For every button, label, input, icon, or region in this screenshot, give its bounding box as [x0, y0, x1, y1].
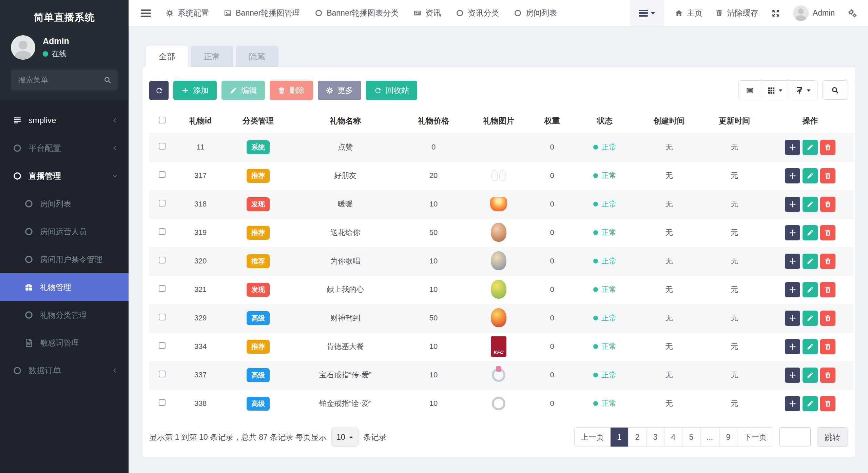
edit-row-button[interactable]: [803, 254, 818, 269]
row-checkbox[interactable]: [159, 171, 166, 178]
recycle-bin-button[interactable]: 回收站: [366, 81, 417, 100]
page-9[interactable]: 9: [719, 428, 737, 447]
delete-button[interactable]: 删除: [270, 81, 313, 100]
detail-view-button[interactable]: [739, 81, 761, 100]
row-checkbox[interactable]: [159, 399, 166, 406]
edit-row-button[interactable]: [803, 311, 818, 326]
page-3[interactable]: 3: [647, 428, 664, 447]
refresh-button[interactable]: [149, 81, 169, 100]
move-row-button[interactable]: [785, 197, 800, 212]
delete-row-button[interactable]: [820, 225, 835, 240]
delete-row-button[interactable]: [820, 168, 835, 183]
jump-page-input[interactable]: [779, 427, 811, 447]
move-row-button[interactable]: [785, 140, 800, 155]
records-info-suffix: 条记录: [363, 432, 387, 442]
topnav-item-5[interactable]: 房间列表: [514, 8, 557, 18]
user-status: 在线: [43, 49, 69, 59]
page-size-dropdown[interactable]: 10: [331, 428, 359, 447]
delete-row-button[interactable]: [820, 254, 835, 269]
topnav-item-1[interactable]: Banner轮播图管理: [224, 8, 300, 18]
jump-button[interactable]: 跳转: [817, 427, 848, 447]
edit-row-button[interactable]: [803, 197, 818, 212]
page-5[interactable]: 5: [682, 428, 700, 447]
sidebar-item-房间运营人员[interactable]: 房间运营人员: [0, 218, 129, 245]
select-all-checkbox[interactable]: [159, 117, 166, 123]
move-icon: [789, 372, 796, 379]
add-button[interactable]: 添加: [173, 81, 217, 100]
page-4[interactable]: 4: [664, 428, 682, 447]
menu-search-input[interactable]: [11, 70, 118, 90]
tab-全部[interactable]: 全部: [146, 46, 188, 67]
page-下一页[interactable]: 下一页: [737, 428, 773, 447]
row-checkbox[interactable]: [159, 371, 166, 377]
edit-button[interactable]: 编辑: [221, 81, 265, 100]
clear-cache-link[interactable]: 清除缓存: [715, 8, 758, 18]
edit-row-button[interactable]: [803, 396, 818, 411]
edit-row-button[interactable]: [803, 339, 818, 354]
topnav-item-2[interactable]: Banner轮播图表分类: [315, 8, 399, 18]
gift-price: 10: [401, 247, 466, 275]
delete-row-button[interactable]: [820, 368, 835, 383]
page-1[interactable]: 1: [611, 428, 629, 447]
sidebar-item-smplive[interactable]: smplive: [0, 106, 129, 134]
gift-price: 50: [401, 304, 466, 332]
sidebar-item-敏感词管理[interactable]: 敏感词管理: [0, 329, 129, 357]
tab-正常[interactable]: 正常: [191, 46, 233, 67]
page-...[interactable]: ...: [700, 428, 719, 447]
table-search-button[interactable]: [822, 80, 848, 100]
sidebar-item-房间列表[interactable]: 房间列表: [0, 190, 129, 218]
edit-row-button[interactable]: [803, 168, 818, 183]
tab-隐藏[interactable]: 隐藏: [236, 46, 278, 67]
edit-row-button[interactable]: [803, 140, 818, 155]
updated-time: 无: [702, 190, 767, 218]
edit-row-button[interactable]: [803, 282, 818, 297]
delete-row-button[interactable]: [820, 197, 835, 212]
more-button[interactable]: 更多: [318, 81, 361, 100]
trash-icon: [824, 372, 831, 379]
delete-row-button[interactable]: [820, 140, 835, 155]
page-2[interactable]: 2: [629, 428, 647, 447]
sidebar-item-直播管理[interactable]: 直播管理: [0, 162, 129, 190]
delete-row-button[interactable]: [820, 282, 835, 297]
table-header: 礼物id分类管理礼物名称礼物价格礼物图片权重状态创建时间更新时间操作: [149, 109, 853, 133]
user-menu[interactable]: Admin: [793, 5, 835, 21]
delete-row-button[interactable]: [820, 396, 835, 411]
sidebar-item-数据订单[interactable]: 数据订单: [0, 357, 129, 385]
move-row-button[interactable]: [785, 339, 800, 354]
move-row-button[interactable]: [785, 254, 800, 269]
settings-button[interactable]: [848, 8, 857, 18]
move-row-button[interactable]: [785, 396, 800, 411]
gift-name: 点赞: [290, 133, 401, 161]
move-row-button[interactable]: [785, 225, 800, 240]
page-上一页[interactable]: 上一页: [575, 428, 611, 447]
fullscreen-button[interactable]: [771, 9, 780, 18]
move-row-button[interactable]: [785, 282, 800, 297]
hamburger-menu-icon[interactable]: [141, 9, 151, 17]
move-row-button[interactable]: [785, 168, 800, 183]
sidebar-item-礼物分类管理[interactable]: 礼物分类管理: [0, 301, 129, 329]
topnav-item-0[interactable]: 系统配置: [166, 8, 209, 18]
topnav-item-3[interactable]: 资讯: [413, 8, 441, 18]
gift-name: 送花给你: [290, 218, 401, 247]
row-checkbox[interactable]: [159, 200, 166, 206]
edit-row-button[interactable]: [803, 225, 818, 240]
move-row-button[interactable]: [785, 311, 800, 326]
edit-row-button[interactable]: [803, 368, 818, 383]
row-checkbox[interactable]: [159, 342, 166, 349]
sidebar-item-平台配置[interactable]: 平台配置: [0, 134, 129, 162]
sidebar-item-礼物管理[interactable]: 礼物管理: [0, 273, 129, 301]
row-checkbox[interactable]: [159, 285, 166, 292]
row-checkbox[interactable]: [159, 228, 166, 235]
columns-button[interactable]: [761, 81, 789, 100]
row-checkbox[interactable]: [159, 257, 166, 263]
sidebar-item-房间用户禁令管理[interactable]: 房间用户禁令管理: [0, 245, 129, 273]
export-button[interactable]: [789, 81, 817, 100]
move-row-button[interactable]: [785, 368, 800, 383]
home-link[interactable]: 主页: [675, 8, 702, 18]
row-checkbox[interactable]: [159, 143, 166, 150]
row-checkbox[interactable]: [159, 314, 166, 320]
delete-row-button[interactable]: [820, 311, 835, 326]
delete-row-button[interactable]: [820, 339, 835, 354]
quick-list-dropdown[interactable]: [630, 0, 664, 26]
topnav-item-4[interactable]: 资讯分类: [456, 8, 499, 18]
